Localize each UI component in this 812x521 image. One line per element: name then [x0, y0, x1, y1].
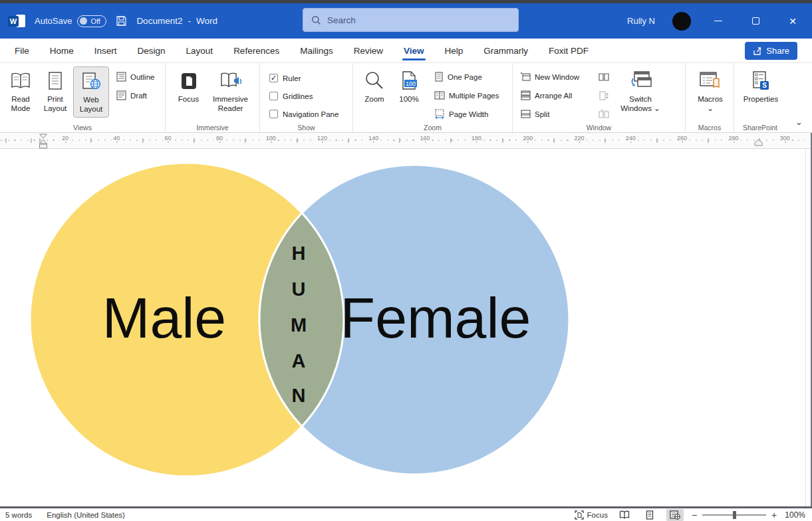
immersive-reader-button[interactable]: Immersive Reader [207, 66, 254, 116]
zoom-slider-track[interactable] [702, 514, 766, 516]
venn-diagram[interactable]: Male Female H U M A N [0, 149, 812, 506]
close-button[interactable]: ✕ [783, 11, 803, 31]
macros-icon [699, 69, 722, 93]
arrange-all-button[interactable]: Arrange All [518, 87, 593, 104]
vertical-scrollbar[interactable] [805, 149, 811, 506]
venn-left-label[interactable]: Male [102, 286, 226, 350]
outline-label: Outline [130, 73, 154, 81]
save-button[interactable] [116, 15, 127, 27]
language-indicator[interactable]: English (United States) [47, 511, 125, 519]
zoom-button[interactable]: Zoom [358, 66, 390, 107]
gridlines-checkbox[interactable]: Gridlines [267, 87, 350, 105]
tab-file[interactable]: File [13, 40, 31, 62]
user-name[interactable]: Rully N [627, 16, 655, 26]
focus-mode-label: Focus [587, 511, 608, 519]
print-layout-label: Print Layout [41, 95, 70, 114]
page-width-button[interactable]: Page Width [432, 106, 501, 122]
split-button[interactable]: Split [518, 106, 593, 122]
multiple-pages-button[interactable]: Multiple Pages [432, 87, 501, 104]
synchronous-scrolling-button[interactable] [595, 87, 612, 104]
zoom-label: Zoom [364, 95, 384, 104]
collapse-ribbon-chevron-icon[interactable]: ⌄ [795, 117, 803, 127]
ruler-number: 60 [163, 135, 174, 142]
ruler-numbers: 2040608010012014016018020022024026028030… [0, 133, 812, 148]
avatar[interactable] [672, 12, 691, 31]
web-layout-label: Web Layout [76, 96, 106, 114]
venn-overlap-letter[interactable]: U [292, 278, 306, 300]
venn-overlap-letter[interactable]: N [292, 385, 306, 406]
focus-mode-button[interactable]: Focus [575, 510, 608, 520]
group-label-window: Window [513, 124, 685, 132]
split-label: Split [535, 110, 549, 118]
zoom-in-icon[interactable]: + [771, 510, 777, 520]
navigation-pane-checkbox[interactable]: Navigation Pane [267, 105, 350, 123]
tab-review[interactable]: Review [352, 40, 384, 62]
immersive-reader-icon [219, 69, 242, 93]
autosave-control[interactable]: AutoSave Off [35, 15, 106, 27]
synchronous-scrolling-icon [599, 91, 609, 100]
venn-overlap-letter[interactable]: A [292, 350, 306, 371]
reset-window-position-button[interactable] [595, 106, 612, 122]
search-input[interactable]: Search [303, 8, 519, 32]
minimize-icon [714, 21, 722, 22]
ruler-number: 200 [521, 135, 535, 142]
word-icon-tile: W [8, 16, 19, 27]
read-mode-button[interactable]: Read Mode [4, 66, 37, 116]
indent-markers[interactable] [39, 134, 48, 149]
one-page-icon [434, 72, 444, 82]
ruler-number: 280 [726, 135, 740, 142]
tab-design[interactable]: Design [136, 40, 167, 62]
status-read-mode-button[interactable] [616, 509, 633, 521]
checkbox-checked-icon: ✓ [269, 74, 278, 82]
new-window-button[interactable]: New Window [518, 68, 593, 85]
tab-grammarly[interactable]: Grammarly [482, 40, 529, 62]
macros-button[interactable]: Macros⌄ [690, 66, 730, 116]
word-app-icon[interactable]: W [8, 13, 25, 29]
document-canvas[interactable]: Male Female H U M A N [0, 149, 812, 506]
tab-layout[interactable]: Layout [185, 40, 215, 62]
venn-overlap-letter[interactable]: H [292, 243, 306, 264]
tab-help[interactable]: Help [444, 40, 465, 62]
zoom-100-button[interactable]: 100 100% [393, 66, 425, 107]
properties-button[interactable]: S Properties [738, 66, 783, 107]
tab-mailings[interactable]: Mailings [299, 40, 335, 62]
tab-foxit-pdf[interactable]: Foxit PDF [547, 40, 590, 62]
share-button[interactable]: Share [745, 42, 797, 60]
zoom-out-icon[interactable]: − [692, 510, 697, 520]
word-count[interactable]: 5 words [5, 511, 32, 519]
tab-references[interactable]: References [232, 40, 281, 62]
right-indent-marker[interactable] [754, 139, 763, 146]
view-side-by-side-button[interactable] [595, 68, 612, 85]
outline-button[interactable]: Outline [114, 68, 157, 85]
one-page-button[interactable]: One Page [432, 68, 501, 85]
zoom-slider[interactable]: − + [692, 510, 777, 520]
focus-button[interactable]: Focus [173, 66, 205, 107]
minimize-button[interactable] [708, 11, 728, 31]
venn-right-label[interactable]: Female [340, 286, 531, 350]
ruler-checkbox[interactable]: ✓ Ruler [267, 69, 350, 87]
group-show: ✓ Ruler Gridlines Navigation Pane Show [260, 63, 353, 132]
venn-overlap-letter[interactable]: M [291, 314, 307, 336]
read-mode-icon [10, 69, 31, 93]
draft-button[interactable]: Draft [114, 87, 157, 104]
switch-windows-button[interactable]: Switch Windows ⌄ [615, 66, 666, 116]
status-web-layout-button[interactable] [666, 509, 684, 521]
checkbox-icon [269, 110, 278, 118]
zoom-icon [364, 69, 385, 93]
zoom-100-label: 100% [399, 95, 418, 104]
tab-view[interactable]: View [402, 40, 426, 62]
web-layout-button[interactable]: Web Layout [73, 66, 109, 118]
tab-home[interactable]: Home [49, 40, 75, 62]
group-zoom: Zoom 100 100% One Page Multiple Pages [353, 63, 513, 132]
autosave-toggle[interactable]: Off [77, 15, 106, 27]
group-sharepoint: S Properties SharePoint [734, 63, 786, 132]
tab-insert[interactable]: Insert [93, 40, 118, 62]
status-print-layout-button[interactable] [641, 509, 658, 521]
horizontal-ruler[interactable]: 2040608010012014016018020022024026028030… [0, 133, 812, 149]
print-layout-icon [47, 69, 64, 93]
maximize-button[interactable] [745, 11, 765, 31]
zoom-slider-thumb[interactable] [733, 511, 736, 519]
ruler-number: 180 [470, 135, 483, 142]
print-layout-button[interactable]: Print Layout [39, 66, 72, 116]
zoom-percentage[interactable]: 100% [785, 510, 805, 520]
